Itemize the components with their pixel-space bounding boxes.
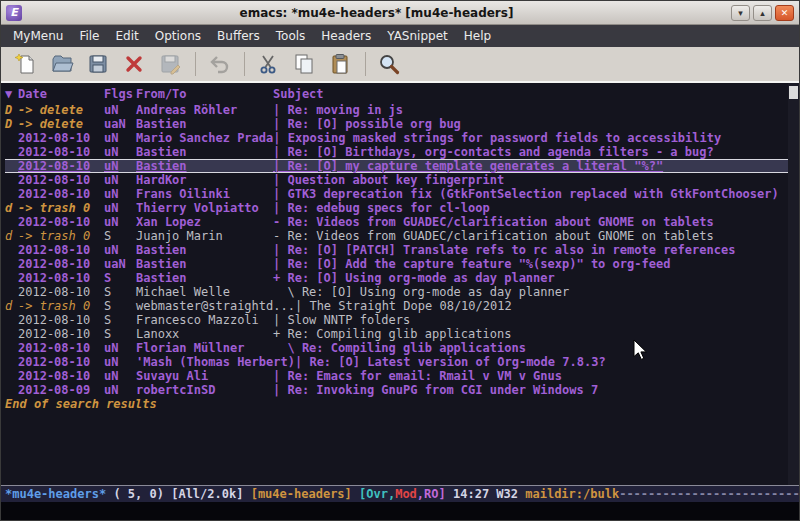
save-button[interactable] <box>83 50 113 78</box>
message-row[interactable]: 2012-08-10uNFrans Oilinki| GTK3 deprecat… <box>5 187 799 201</box>
message-row[interactable]: D-> deleteuaNBastien| Re: [O] possible o… <box>5 117 799 131</box>
toolbar <box>1 47 799 83</box>
menu-edit[interactable]: Edit <box>108 27 147 45</box>
menu-bar: MyMenuFileEditOptionsBuffersToolsHeaders… <box>1 25 799 47</box>
modeline-position: ( 5, 0) <box>106 487 171 501</box>
menu-headers[interactable]: Headers <box>313 27 379 45</box>
message-row[interactable]: 2012-08-10SLanoxx+ Re: Compiling glib ap… <box>5 327 799 341</box>
close-buffer-icon <box>122 52 146 76</box>
message-row[interactable]: 2012-08-10uNHardKor| Question about key … <box>5 173 799 187</box>
close-button[interactable]: ✕ <box>775 5 794 21</box>
open-folder-icon <box>50 52 74 76</box>
copy-button[interactable] <box>289 50 319 78</box>
new-file-button[interactable] <box>11 50 41 78</box>
toolbar-separator <box>365 52 366 76</box>
cut-button[interactable] <box>253 50 283 78</box>
modeline-filler: ----------------------------------------… <box>619 487 799 501</box>
menu-yasnippet[interactable]: YASnippet <box>379 27 456 45</box>
modeline-readonly-flag: ,RO] <box>417 487 453 501</box>
paste-icon <box>328 52 352 76</box>
message-row[interactable]: 2012-08-10uNSuvayu Ali| Re: Emacs for em… <box>5 369 799 383</box>
message-row[interactable]: D-> deleteuNAndreas Röhler| Re: moving i… <box>5 103 799 117</box>
scrollbar-thumb[interactable] <box>789 86 798 99</box>
modeline-window-id: W32 <box>496 487 525 501</box>
menu-buffers[interactable]: Buffers <box>209 27 268 45</box>
undo-icon <box>207 52 231 76</box>
message-row[interactable]: 2012-08-10uNBastien| Re: [O] Birthdays, … <box>5 145 799 159</box>
menu-help[interactable]: Help <box>456 27 499 45</box>
toolbar-separator <box>244 52 245 76</box>
minibuffer[interactable] <box>1 502 799 520</box>
message-row[interactable]: d-> trash 0uNThierry Volpiatto| Re: edeb… <box>5 201 799 215</box>
message-row[interactable]: d-> trash 0Swebmaster@straightd...| The … <box>5 299 799 313</box>
copy-icon <box>292 52 316 76</box>
minimize-button[interactable]: ▾ <box>731 5 750 21</box>
menu-options[interactable]: Options <box>147 27 209 45</box>
column-from[interactable]: From/To <box>136 86 273 103</box>
paste-button[interactable] <box>325 50 355 78</box>
message-row[interactable]: 2012-08-10uNXan Lopez- Re: Videos from G… <box>5 215 799 229</box>
emacs-icon: E <box>6 5 22 21</box>
save-icon <box>86 52 110 76</box>
cut-icon <box>256 52 280 76</box>
column-date[interactable]: Date <box>18 86 104 103</box>
menu-mymenu[interactable]: MyMenu <box>5 27 71 45</box>
menu-file[interactable]: File <box>71 27 107 45</box>
column-flags[interactable]: Flgs <box>104 86 136 103</box>
undo-button[interactable] <box>204 50 234 78</box>
message-row[interactable]: 2012-08-10SFrancesco Mazzoli| Slow NNTP … <box>5 313 799 327</box>
message-row[interactable]: 2012-08-10uNFlorian Müllner \ Re: Compil… <box>5 341 799 355</box>
message-row[interactable]: 2012-08-10SBastien+ Re: [O] Using org-mo… <box>5 271 799 285</box>
search-icon <box>377 52 401 76</box>
mouse-cursor <box>633 339 649 361</box>
sort-indicator[interactable]: ▼ <box>5 86 18 103</box>
message-row[interactable]: 2012-08-10uaNBastien| Re: [O] Add the ca… <box>5 257 799 271</box>
message-list: D-> deleteuNAndreas Röhler| Re: moving i… <box>5 103 799 397</box>
modeline-time: 14:27 <box>453 487 496 501</box>
save-as-button[interactable] <box>155 50 185 78</box>
mode-line: *mu4e-headers* ( 5, 0) [All/2.0k] [mu4e-… <box>1 485 799 502</box>
new-file-icon <box>14 52 38 76</box>
modeline-buffer-name: *mu4e-headers* <box>5 487 106 501</box>
emacs-window: E emacs: *mu4e-headers* [mu4e-headers] ▾… <box>0 0 800 521</box>
column-subject[interactable]: Subject <box>273 86 324 103</box>
close-buffer-button[interactable] <box>119 50 149 78</box>
mu4e-headers-buffer[interactable]: ▼ Date Flgs From/To Subject D-> deleteuN… <box>1 83 799 485</box>
end-of-results-text: End of search results <box>5 397 799 411</box>
maximize-button[interactable]: ▴ <box>753 5 772 21</box>
modeline-size: [All/2.0k] <box>171 487 250 501</box>
save-as-icon <box>158 52 182 76</box>
message-row[interactable]: 2012-08-10uNBastien| Re: [O] [PATCH] Tra… <box>5 243 799 257</box>
open-file-button[interactable] <box>47 50 77 78</box>
modeline-major-mode: [mu4e-headers] <box>251 487 359 501</box>
modeline-maildir: maildir:/bulk <box>525 487 619 501</box>
scrollbar-track[interactable] <box>788 83 799 485</box>
titlebar[interactable]: E emacs: *mu4e-headers* [mu4e-headers] ▾… <box>1 1 799 25</box>
window-controls: ▾ ▴ ✕ <box>731 5 794 21</box>
message-row[interactable]: 2012-08-10uN'Mash (Thomas Herbert)| Re: … <box>5 355 799 369</box>
modeline-modified-flag: Mod <box>395 487 417 501</box>
header-line[interactable]: ▼ Date Flgs From/To Subject <box>5 86 799 103</box>
message-row[interactable]: 2012-08-10uNMario Sanchez Prada| Exposin… <box>5 131 799 145</box>
modeline-overwrite-flag: [Ovr, <box>359 487 395 501</box>
message-row-current[interactable]: 2012-08-10uNBastien| Re: [O] my capture … <box>5 159 799 173</box>
window-title: emacs: *mu4e-headers* [mu4e-headers] <box>22 6 731 20</box>
message-row[interactable]: 2012-08-10SMichael Welle \ Re: [O] Using… <box>5 285 799 299</box>
message-row[interactable]: 2012-08-09uNrobertcInSD| Re: Invoking Gn… <box>5 383 799 397</box>
menu-tools[interactable]: Tools <box>268 27 314 45</box>
toolbar-separator <box>195 52 196 76</box>
message-row[interactable]: d-> trash 0SJuanjo Marin- Re: Videos fro… <box>5 229 799 243</box>
search-button[interactable] <box>374 50 404 78</box>
